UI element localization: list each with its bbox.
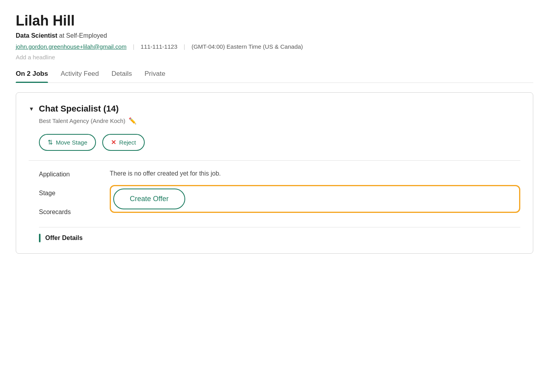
candidate-title: Data Scientist at Self-Employed: [16, 32, 533, 39]
chevron-down-icon[interactable]: ▼: [29, 106, 34, 112]
tab-private[interactable]: Private: [144, 70, 165, 82]
reject-button[interactable]: ✕ Reject: [102, 134, 145, 151]
job-card: ▼ Chat Specialist (14) Best Talent Agenc…: [16, 92, 533, 254]
add-headline-link[interactable]: Add a headline: [16, 54, 533, 60]
job-header: ▼ Chat Specialist (14): [29, 104, 520, 114]
offer-details-section: Offer Details: [39, 227, 520, 242]
offer-details-bar-icon: [39, 234, 41, 242]
details-section: Application Stage Scorecards There is no…: [39, 170, 520, 221]
candidate-contact: john.gordon.greenhouse+lilah@gmail.com |…: [16, 43, 533, 50]
separator-2: |: [184, 43, 185, 50]
tab-details[interactable]: Details: [112, 70, 132, 82]
create-offer-button[interactable]: Create Offer: [113, 189, 185, 209]
candidate-employer: Self-Employed: [66, 32, 107, 39]
divider: [29, 160, 520, 161]
candidate-timezone: (GMT-04:00) Eastern Time (US & Canada): [192, 43, 303, 50]
candidate-name: Lilah Hill: [16, 13, 533, 29]
job-agency: Best Talent Agency (Andre Koch) ✏️: [39, 117, 520, 125]
reject-label: Reject: [119, 139, 136, 146]
details-labels: Application Stage Scorecards: [39, 170, 110, 221]
tabs-nav: On 2 Jobs Activity Feed Details Private: [16, 70, 533, 83]
candidate-phone: 111-111-1123: [141, 43, 177, 50]
tab-on-jobs[interactable]: On 2 Jobs: [16, 70, 48, 82]
move-stage-label: Move Stage: [56, 139, 87, 146]
offer-details-text: Offer Details: [45, 234, 83, 242]
stage-label: Stage: [39, 189, 110, 197]
tab-activity-feed[interactable]: Activity Feed: [61, 70, 99, 82]
candidate-employer-prefix: at: [59, 32, 66, 39]
job-agency-name: Best Talent Agency (Andre Koch): [39, 117, 125, 124]
action-buttons: ⇅ Move Stage ✕ Reject: [39, 134, 520, 151]
candidate-job-title: Data Scientist: [16, 32, 57, 39]
move-stage-icon: ⇅: [48, 139, 53, 146]
create-offer-wrapper: Create Offer: [110, 185, 520, 213]
offer-details-label: Offer Details: [39, 234, 520, 242]
separator-1: |: [133, 43, 134, 50]
candidate-email[interactable]: john.gordon.greenhouse+lilah@gmail.com: [16, 43, 127, 50]
details-content: There is no offer created yet for this j…: [110, 170, 520, 221]
edit-icon[interactable]: ✏️: [129, 117, 136, 125]
job-title: Chat Specialist (14): [39, 104, 119, 114]
scorecards-label: Scorecards: [39, 208, 110, 216]
move-stage-button[interactable]: ⇅ Move Stage: [39, 134, 96, 151]
application-label: Application: [39, 170, 110, 178]
reject-icon: ✕: [111, 139, 116, 146]
no-offer-text: There is no offer created yet for this j…: [110, 170, 520, 177]
